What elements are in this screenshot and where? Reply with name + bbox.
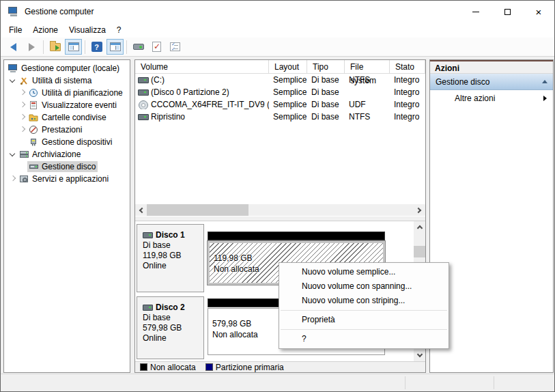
snapshot-button[interactable] [130,39,147,55]
console-tree-toggle-icon [68,42,79,51]
forward-arrow-icon [29,43,35,51]
volume-layout: Semplice [269,87,307,97]
forward-button[interactable] [23,39,40,55]
volume-name: Ripristino [151,112,185,122]
chevron-down-icon[interactable] [8,150,18,159]
toolbar: ? [1,38,554,57]
volume-row-ripristino[interactable]: Ripristino Semplice Di base NTFS Integro [135,111,425,123]
chevron-down-icon[interactable] [8,76,18,85]
tree-item-cartelle-condivise[interactable]: Cartelle condivise [4,111,130,124]
tree-item-gestione-dispositivi[interactable]: Gestione dispositivi [4,136,130,148]
volume-row-cccoma-d[interactable]: CCCOMA_X64FRE_IT-IT_DV9 (D:) Semplice Di… [135,98,425,111]
volume-stato: Integro [390,100,425,109]
statusbar-separator [405,376,405,389]
tree-item-label: Prestazioni [42,125,82,135]
disk-size: 119,98 GB [143,251,203,261]
tree-item-visualizzatore-eventi[interactable]: Visualizzatore eventi [4,99,130,111]
pane-splitter[interactable] [135,216,425,221]
menu-item-nuovo-volume-striping[interactable]: Nuovo volume con striping... [279,294,449,308]
unallocated-band [208,232,385,240]
volume-list: Volume Layout Tipo File system Stato (C:… [135,60,425,204]
tree-item-prestazioni[interactable]: Prestazioni [4,124,130,136]
chevron-right-icon[interactable] [8,174,18,184]
disk-1-label-box[interactable]: Disco 1 Di base 119,98 GB Online [137,224,204,292]
actions-group-label: Gestione disco [436,77,542,87]
close-button[interactable]: × [523,1,554,23]
column-header-stato[interactable]: Stato [390,60,425,74]
disk-2-label-box[interactable]: Disco 2 Di base 579,98 GB Online [137,296,204,359]
disk-drive-icon [143,232,153,238]
tree-item-label: Gestione disco [42,162,96,171]
menu-azione[interactable]: Azione [27,24,63,36]
export-button[interactable] [46,39,63,55]
chevron-placeholder [18,137,27,147]
chevron-right-icon[interactable] [18,88,27,98]
maximize-icon [504,9,511,15]
toolbar-separator [126,40,127,54]
tree-item-utilita-di-pianificazione[interactable]: Utilità di pianificazione [4,87,130,99]
console-tree-toggle-button[interactable] [65,39,82,55]
chevron-right-icon[interactable] [18,100,27,110]
volume-layout: Semplice [269,112,307,122]
tree-item-label: Gestione dispositivi [42,137,112,147]
volume-stato: Integro [390,75,425,85]
toolbar-separator [43,40,44,54]
disk-type: Di base [143,240,203,251]
action-pane-toggle-button[interactable] [106,39,124,55]
tree-item-label: Cartelle condivise [42,113,106,122]
minimize-button[interactable] [460,1,492,23]
collapse-arrow-icon[interactable] [542,80,547,83]
disk-management-icon [28,162,39,171]
tree-item-label: Visualizzatore eventi [42,100,117,110]
horizontal-scrollbar-thumb[interactable] [147,204,248,216]
volume-row-c[interactable]: (C:) Semplice Di base NTFS Integro [135,74,425,86]
menu-visualizza[interactable]: Visualizza [63,24,111,36]
menu-item-proprieta[interactable]: Proprietà [279,313,449,327]
checklist-button[interactable] [167,39,184,55]
actions-group-gestione-disco[interactable]: Gestione disco [430,74,553,90]
volume-row-disco0-part2[interactable]: (Disco 0 Partizione 2) Semplice Di base … [135,86,425,98]
help-button[interactable]: ? [88,39,105,55]
menu-file[interactable]: File [3,24,27,36]
tree-item-utilita-di-sistema[interactable]: Utilità di sistema [4,74,130,87]
chevron-right-icon[interactable] [18,113,27,122]
tree-item-gestione-disco[interactable]: Gestione disco [4,160,130,173]
status-bar [1,374,554,391]
menu-item-help[interactable]: ? [279,332,449,346]
chevron-right-icon[interactable] [18,125,27,135]
help-icon: ? [91,42,102,52]
legend-label-primary-partition: Partizione primaria [216,363,284,372]
column-header-layout[interactable]: Layout [269,60,307,74]
console-tree-panel: Gestione computer (locale) Utilità di si… [3,59,130,373]
horizontal-scrollbar[interactable] [135,204,425,216]
volume-name: (C:) [151,75,165,85]
tree-item-label: Gestione computer (locale) [21,64,119,73]
column-header-volume[interactable]: Volume [135,60,269,74]
menu-item-nuovo-volume-spanning[interactable]: Nuovo volume con spanning... [279,279,449,294]
scroll-up-button[interactable] [414,221,425,233]
properties-check-button[interactable] [148,39,165,55]
volume-layout: Semplice [269,100,307,109]
tree-item-gestione-computer-locale[interactable]: Gestione computer (locale) [4,62,130,74]
scroll-down-button[interactable] [414,350,425,361]
menu-item-nuovo-volume-semplice[interactable]: Nuovo volume semplice... [279,265,449,279]
maximize-button[interactable] [492,1,523,23]
column-header-file-system[interactable]: File system [345,60,390,74]
volume-file-system: NTFS [345,112,390,122]
volume-tipo: Di base [307,75,345,85]
tree-item-archiviazione[interactable]: Archiviazione [4,148,130,160]
scroll-left-button[interactable] [135,204,147,216]
performance-icon [28,125,39,135]
cd-icon [138,100,149,109]
toolbar-separator [85,40,85,54]
column-header-tipo[interactable]: Tipo [307,60,345,74]
scroll-right-button[interactable] [414,204,425,216]
computer-management-window: Gestione computer × File Azione Visualiz… [0,0,555,392]
volume-file-system: UDF [345,100,390,109]
vertical-scrollbar-thumb[interactable] [414,246,425,257]
menu-help[interactable]: ? [111,24,127,36]
tree-item-servizi-e-applicazioni[interactable]: Servizi e applicazioni [4,173,130,185]
shared-folders-icon [28,113,39,122]
back-button[interactable] [5,39,22,55]
actions-item-altre-azioni[interactable]: Altre azioni [430,90,553,107]
